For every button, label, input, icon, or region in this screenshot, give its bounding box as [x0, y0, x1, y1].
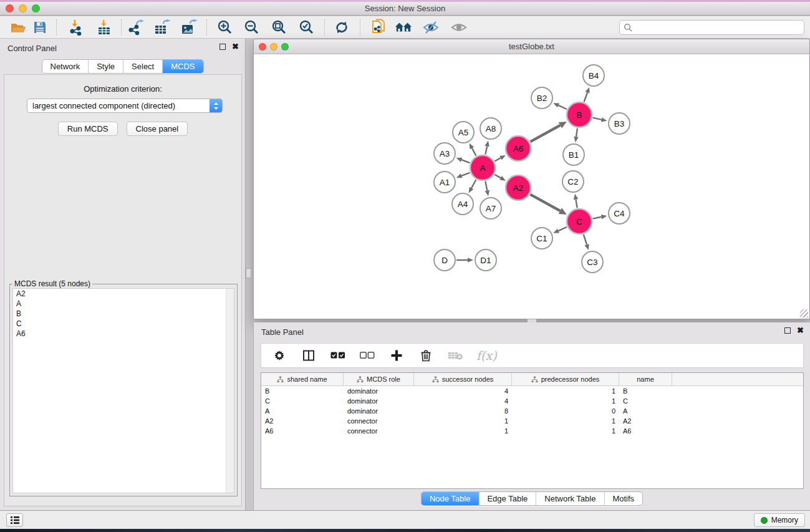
- tab-node-table[interactable]: Node Table: [422, 492, 479, 505]
- graph-edge-B-B4[interactable]: [584, 92, 588, 102]
- graph-edge-A-A4[interactable]: [471, 180, 476, 188]
- table-body: Bdominator41BCdominator41CAdominator80AA…: [261, 386, 803, 436]
- result-item[interactable]: C: [13, 319, 234, 329]
- refresh-icon: [334, 19, 350, 36]
- scrollbar-track[interactable]: [226, 289, 234, 493]
- graph-edge-A-A7[interactable]: [485, 181, 487, 191]
- add-row-button[interactable]: [388, 347, 405, 364]
- network-window-titlebar[interactable]: testGlobe.txt: [254, 39, 809, 54]
- zoom-fit-button[interactable]: [271, 19, 288, 36]
- delete-row-button[interactable]: [418, 347, 434, 364]
- graph-edge-A-A8[interactable]: [485, 146, 487, 154]
- search-field[interactable]: [619, 20, 804, 35]
- table-row[interactable]: A2connector11A2: [261, 416, 803, 426]
- graph-edge-A-A2[interactable]: [494, 175, 501, 178]
- graph-edge-C-C3[interactable]: [584, 235, 587, 244]
- deselect-all-button[interactable]: [359, 347, 375, 364]
- column-header-shared-name[interactable]: shared name: [261, 373, 344, 385]
- eye-slash-icon: [422, 20, 440, 35]
- close-panel-button-2[interactable]: Close panel: [127, 122, 188, 136]
- edge-arrowhead: [585, 244, 589, 250]
- result-item[interactable]: A: [13, 299, 234, 309]
- function-builder-button[interactable]: f(x): [476, 349, 497, 362]
- graph-node-label: C2: [567, 177, 578, 186]
- graph-edge-C-C4[interactable]: [593, 217, 602, 219]
- refresh-button[interactable]: [333, 19, 350, 36]
- graph-edge-A6-B[interactable]: [530, 125, 560, 142]
- table-cell: dominator: [344, 387, 414, 395]
- chevron-up-down-icon: [213, 102, 219, 110]
- list-icon: [10, 516, 20, 525]
- graph-edge-B-B1[interactable]: [576, 128, 577, 137]
- tab-network[interactable]: Network: [42, 60, 88, 73]
- graph-edge-A-A3[interactable]: [461, 160, 470, 163]
- graph-edge-A-A1[interactable]: [461, 173, 470, 176]
- edge-arrowhead: [456, 158, 463, 162]
- zoom-out-button[interactable]: [243, 19, 261, 36]
- show-eye-button[interactable]: [450, 19, 468, 36]
- select-all-button[interactable]: [330, 347, 346, 364]
- column-header-successor-nodes[interactable]: successor nodes: [414, 373, 512, 385]
- result-item[interactable]: A2: [13, 289, 234, 299]
- graph-node-label: B1: [569, 150, 579, 160]
- dropdown-stepper: [210, 99, 222, 112]
- graph-edge-A2-C[interactable]: [530, 195, 560, 211]
- table-settings-button[interactable]: [271, 347, 287, 364]
- tab-network-table[interactable]: Network Table: [536, 492, 604, 505]
- column-header-MCDS-role[interactable]: MCDS role: [344, 373, 414, 385]
- export-image-button[interactable]: [180, 19, 198, 36]
- duplicate-network-button[interactable]: [370, 19, 387, 36]
- memory-button[interactable]: Memory: [754, 513, 805, 527]
- home-button[interactable]: [395, 19, 412, 36]
- table-cell: A: [619, 407, 672, 415]
- tab-select[interactable]: Select: [123, 60, 162, 73]
- optimization-dropdown[interactable]: largest connected component (directed): [27, 99, 223, 113]
- vertical-splitter-handle[interactable]: [246, 268, 251, 278]
- table-row[interactable]: Cdominator41C: [261, 396, 803, 406]
- search-input[interactable]: [635, 21, 804, 34]
- table-row[interactable]: A6connector11A6: [261, 426, 803, 436]
- tab-mcds[interactable]: MCDS: [162, 60, 203, 73]
- graph-edge-C-C2[interactable]: [576, 200, 577, 208]
- zoom-in-button[interactable]: [216, 19, 234, 36]
- export-table-button[interactable]: [153, 19, 171, 36]
- graph-edge-A-A6[interactable]: [494, 158, 501, 161]
- export-network-button[interactable]: [127, 19, 145, 36]
- graph-edge-C-C1[interactable]: [558, 227, 566, 231]
- tab-style[interactable]: Style: [88, 60, 123, 73]
- run-mcds-button[interactable]: Run MCDS: [58, 122, 118, 136]
- open-session-button[interactable]: [9, 19, 27, 36]
- resize-grip[interactable]: [800, 309, 808, 317]
- import-table-button[interactable]: [95, 19, 113, 36]
- close-panel-button[interactable]: ✖: [232, 44, 239, 50]
- table-row[interactable]: Bdominator41B: [261, 386, 803, 396]
- graph-edge-B-B3[interactable]: [592, 118, 601, 120]
- import-network-button[interactable]: [67, 19, 85, 36]
- tab-motifs[interactable]: Motifs: [604, 492, 642, 505]
- tab-edge-table[interactable]: Edge Table: [478, 492, 536, 505]
- result-item[interactable]: B: [13, 309, 234, 319]
- network-canvas[interactable]: ABCA6A2A1A3A4A5A7A8B1B2B3B4C1C2C3C4DD1: [254, 54, 809, 318]
- graph-edge-B-B2[interactable]: [558, 105, 566, 109]
- graph-node-label: A1: [440, 178, 450, 187]
- float-panel-button[interactable]: [219, 44, 226, 50]
- table-row[interactable]: Adominator80A: [261, 406, 803, 416]
- dropdown-value: largest connected component (directed): [27, 101, 210, 110]
- show-columns-button[interactable]: [301, 347, 317, 364]
- graph-node-label: A3: [440, 149, 450, 158]
- table-cell: connector: [344, 417, 414, 425]
- float-table-panel-button[interactable]: [784, 327, 791, 334]
- save-session-button[interactable]: [31, 19, 49, 36]
- task-history-button[interactable]: [6, 513, 23, 527]
- graph-edge-A-A5[interactable]: [472, 148, 476, 155]
- delete-table-button[interactable]: [447, 347, 463, 364]
- close-table-panel-button[interactable]: ✖: [797, 327, 804, 334]
- column-header-predecessor-nodes[interactable]: predecessor nodes: [512, 373, 619, 385]
- graph-node-label: A: [480, 163, 485, 173]
- result-item[interactable]: A6: [13, 329, 234, 339]
- column-header-name[interactable]: name: [619, 373, 672, 385]
- mcds-result-list[interactable]: A2ABCA6: [12, 288, 234, 493]
- hide-eye-button[interactable]: [422, 19, 440, 36]
- zoom-selected-button[interactable]: [298, 19, 316, 36]
- status-bar: Memory: [0, 510, 810, 529]
